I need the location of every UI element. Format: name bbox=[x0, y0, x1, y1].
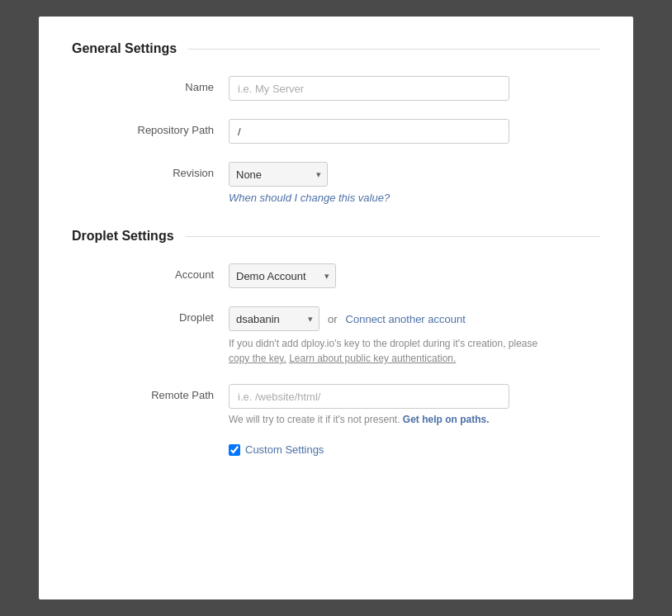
remote-hint-text: We will try to create it if it's not pre… bbox=[229, 414, 403, 425]
droplet-settings-section: Droplet Settings Account Demo Account Dr… bbox=[72, 229, 600, 456]
droplet-settings-header: Droplet Settings bbox=[72, 229, 600, 244]
droplet-hint-text: If you didn't add dploy.io's key to the … bbox=[229, 338, 537, 349]
custom-settings-row: Custom Settings bbox=[72, 443, 600, 456]
general-settings-title: General Settings bbox=[72, 41, 177, 56]
custom-settings-link[interactable]: Custom Settings bbox=[245, 443, 324, 456]
droplet-field: dsabanin or Connect another account If y… bbox=[229, 306, 600, 366]
learn-auth-link[interactable]: Learn about public key authentication. bbox=[289, 353, 456, 364]
repository-path-label: Repository Path bbox=[121, 119, 229, 136]
name-label: Name bbox=[121, 76, 229, 93]
droplet-hint: If you didn't add dploy.io's key to the … bbox=[229, 336, 542, 366]
get-help-paths-link[interactable]: Get help on paths. bbox=[403, 414, 490, 425]
connect-another-account-link[interactable]: Connect another account bbox=[346, 313, 466, 325]
account-field: Demo Account bbox=[229, 263, 600, 288]
revision-field: None When should I change this value? bbox=[229, 162, 600, 204]
or-text: or bbox=[328, 313, 338, 325]
remote-path-label: Remote Path bbox=[121, 384, 229, 401]
account-label: Account bbox=[121, 263, 229, 281]
name-row: Name bbox=[72, 76, 600, 101]
revision-row: Revision None When should I change this … bbox=[72, 162, 600, 204]
name-field bbox=[229, 76, 600, 101]
general-settings-divider bbox=[188, 49, 600, 50]
remote-path-input[interactable] bbox=[229, 384, 509, 409]
remote-path-hint: We will try to create it if it's not pre… bbox=[229, 414, 600, 425]
repository-path-field bbox=[229, 119, 600, 144]
droplet-settings-title: Droplet Settings bbox=[72, 229, 174, 244]
droplet-settings-divider bbox=[186, 236, 600, 237]
remote-path-row: Remote Path We will try to create it if … bbox=[72, 384, 600, 425]
remote-path-field: We will try to create it if it's not pre… bbox=[229, 384, 600, 425]
account-row: Account Demo Account bbox=[72, 263, 600, 288]
account-select[interactable]: Demo Account bbox=[229, 263, 336, 288]
general-settings-header: General Settings bbox=[72, 41, 600, 56]
repository-path-row: Repository Path bbox=[72, 119, 600, 144]
droplet-controls-row: dsabanin or Connect another account bbox=[229, 306, 600, 331]
name-input[interactable] bbox=[229, 76, 509, 101]
custom-settings-checkbox[interactable] bbox=[229, 444, 240, 456]
revision-help-link[interactable]: When should I change this value? bbox=[229, 192, 600, 204]
revision-select[interactable]: None bbox=[229, 162, 328, 187]
droplet-select[interactable]: dsabanin bbox=[229, 306, 319, 331]
droplet-label: Droplet bbox=[121, 306, 229, 324]
droplet-select-wrapper: dsabanin bbox=[229, 306, 319, 331]
repository-path-input[interactable] bbox=[229, 119, 509, 144]
settings-panel: General Settings Name Repository Path Re… bbox=[39, 17, 633, 599]
general-settings-section: General Settings Name Repository Path Re… bbox=[72, 41, 600, 204]
account-select-wrapper: Demo Account bbox=[229, 263, 336, 288]
revision-label: Revision bbox=[121, 162, 229, 179]
droplet-row: Droplet dsabanin or Connect another acco… bbox=[72, 306, 600, 366]
copy-key-link[interactable]: copy the key. bbox=[229, 353, 286, 364]
revision-select-wrapper: None bbox=[229, 162, 328, 187]
